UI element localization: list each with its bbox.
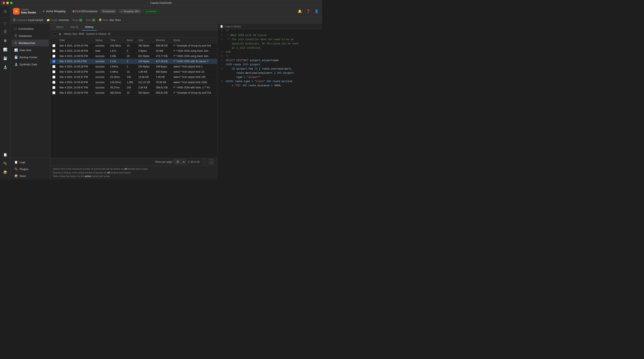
sidebar-icon-databases[interactable]: 🗄 — [1, 28, 9, 36]
row-checkbox-3[interactable] — [52, 60, 55, 63]
history-table: Date Status Time Items Size Memory Query — [50, 37, 217, 95]
row-time: 2.13s — [108, 59, 125, 64]
database-value: travel-sample — [28, 19, 43, 21]
sidebar-item-synthetic[interactable]: 🔬 Synthetic Data — [12, 61, 49, 68]
col-items[interactable]: Items — [125, 37, 136, 43]
code-line: 9 WHERE route.type = "route" AND route.a… — [218, 80, 322, 84]
row-checkbox-1[interactable] — [52, 49, 55, 52]
row-status: success — [93, 74, 108, 80]
row-query: /* * Example of Group by and Ord — [171, 43, 217, 48]
col-status[interactable]: Status — [93, 37, 108, 43]
sidebar-icon-store[interactable]: 📦 — [1, 168, 9, 176]
row-checkbox-5[interactable] — [52, 70, 55, 73]
user-icon[interactable]: 👤 — [314, 8, 320, 14]
row-date: Mar 4 2024, 14:39:2 PM — [58, 59, 93, 64]
help-icon[interactable]: ❓ — [305, 8, 311, 14]
sidebar-item-datasets[interactable]: 📊 Data Sets — [12, 47, 49, 53]
sidebar-icon-backup[interactable]: 💾 — [1, 54, 9, 62]
history-table-wrap: Date Status Time Items Size Memory Query — [50, 37, 217, 158]
table-row[interactable]: Mar 4 2024, 14:39:47 PM success 39.27ms … — [50, 85, 217, 90]
row-time: 39.27ms — [108, 85, 125, 90]
sidebar-item-logs[interactable]: 📋 Logs — [12, 159, 49, 165]
row-memory: 472.77 KB — [154, 54, 172, 59]
pagination-bar: Rows per page: 25 50 100 1–10 of 10 ‹ › — [50, 158, 217, 166]
row-checkbox-7[interactable] — [52, 81, 55, 84]
icon-sidebar: ☰ ⬡ 🗄 ⚙ 📊 💾 🔬 📋 🔌 📦 — [0, 6, 10, 179]
line-number: 6 — [218, 59, 224, 63]
notification-bell-icon[interactable]: 🔔 — [297, 8, 303, 14]
connected-badge: connected — [144, 9, 158, 13]
rows-per-page-select[interactable]: 25 50 100 — [174, 160, 186, 164]
line-content: = "F9" AND route.distance > 3000; — [224, 84, 284, 88]
app-branding: ⚡ Capella Data Studio — [13, 8, 36, 15]
tab-askiq[interactable]: Ask iQ — [67, 24, 82, 30]
row-checkbox-4[interactable] — [52, 65, 55, 68]
row-status: success — [93, 54, 108, 59]
store-item: 📦 Store Mac Store — [98, 18, 121, 21]
sidebar-icon-logs[interactable]: 📋 — [1, 151, 9, 159]
tab-query[interactable]: Query — [53, 24, 67, 30]
select-all-checkbox[interactable] — [53, 32, 56, 36]
sidebar-item-databases[interactable]: 🗄 Databases — [12, 32, 49, 39]
sidebar-item-store[interactable]: 📦 Store — [12, 173, 49, 179]
row-checkbox-6[interactable] — [52, 76, 55, 78]
row-checkbox-cell — [50, 69, 58, 74]
code-line: 7 FROM route JOIN airport — [218, 63, 322, 67]
header-right-icons: 🔔 ❓ 👤 — [297, 8, 320, 14]
sidebar-item-plugins[interactable]: 🔌 Plugins — [12, 166, 49, 172]
sidebar-item-connections[interactable]: ⬡ Connections — [12, 25, 49, 32]
table-row[interactable]: Mar 4 2024, 13:55:43 PM success 418.58ms… — [50, 43, 217, 48]
sidebar-item-backup[interactable]: 💾 Backup Center — [12, 54, 49, 60]
row-date: Mar 4 2024, 14:39:37 PM — [58, 74, 93, 80]
maximize-button[interactable] — [10, 2, 12, 4]
row-items: 10 — [125, 43, 136, 48]
row-time: 23.34ms — [108, 74, 125, 80]
main-area: ⚡ Capella Data Studio 🖥 Acme Shopping 7.… — [10, 6, 322, 179]
table-row[interactable]: Mar 4 2024, 14:39:33 PM success 4.46ms 1… — [50, 69, 217, 74]
sidebar-icon-synthetic[interactable]: 🔬 — [1, 63, 9, 71]
table-row[interactable]: Mar 4 2024, 14:39:28 PM success 2.64ms 1… — [50, 64, 217, 69]
table-row[interactable]: Mar 4 2024, 14:39:37 PM success 23.34ms … — [50, 74, 217, 80]
col-time[interactable]: Time — [108, 37, 125, 43]
sidebar-icon-datasets[interactable]: 📊 — [1, 45, 9, 53]
sidebar-icon-workbenches[interactable]: ⚙ — [1, 37, 9, 45]
hamburger-menu[interactable]: ☰ — [1, 7, 9, 15]
sidebar-icon-connections[interactable]: ⬡ — [1, 19, 9, 27]
sidebar-item-workbenches[interactable]: ⚙ Workbenches — [12, 39, 49, 46]
col-size[interactable]: Size — [136, 37, 154, 43]
line-number: 7 — [218, 63, 224, 67]
close-button[interactable] — [2, 2, 5, 4]
nav-sidebar: ⬡ Connections 🗄 Databases ⚙ Workbenches … — [10, 23, 50, 179]
table-row[interactable]: Mar 4 2024, 14:38:49 PM fatal 1.67s 0 0 … — [50, 48, 217, 54]
sidebar-icon-plugins[interactable]: 🔌 — [1, 159, 9, 167]
row-size: 204 Bytes — [136, 64, 154, 69]
col-query[interactable]: Query — [171, 37, 217, 43]
row-checkbox-9[interactable] — [52, 91, 55, 94]
col-date[interactable]: Date — [58, 37, 93, 43]
row-checkbox-8[interactable] — [52, 86, 55, 89]
cluster-name: Acme Shopping — [46, 10, 66, 13]
row-time: 1.67s — [108, 48, 125, 54]
copy-to-query-button[interactable]: 📋 Copy to Query — [218, 23, 322, 29]
scope-label: Scope — [51, 19, 58, 21]
table-row[interactable]: Mar 4 2024, 14:38:55 PM success 2.09s 29… — [50, 54, 217, 59]
table-row[interactable]: Mar 4 2024, 14:39:40 PM success 119.26ms… — [50, 80, 217, 85]
table-row[interactable]: Mar 4 2024, 14:39:54 PM success 382.82ms… — [50, 90, 217, 95]
footer-note: History Size is the maximum number of qu… — [50, 166, 217, 179]
backup-label: Backup Center — [20, 56, 38, 59]
delete-button[interactable]: 🗑 — [58, 32, 62, 36]
prev-page-button[interactable]: ‹ — [202, 159, 207, 164]
table-row[interactable]: Mar 4 2024, 14:39:2 PM success 2.13s 3 1… — [50, 59, 217, 64]
tab-history[interactable]: History — [82, 24, 97, 30]
minimize-button[interactable] — [6, 2, 9, 4]
row-memory: 199 Bytes — [154, 64, 172, 69]
row-checkbox-2[interactable] — [52, 55, 55, 58]
code-line: = "F9" AND route.distance > 3000; — [218, 84, 322, 88]
row-checkbox-0[interactable] — [52, 44, 55, 47]
next-page-button[interactable]: › — [209, 159, 214, 164]
row-size: 812 Bytes — [136, 54, 154, 59]
col-memory[interactable]: Memory — [154, 37, 172, 43]
tab-bar: Query Ask iQ History — [50, 23, 217, 30]
row-size: 104 Bytes — [136, 59, 154, 64]
cluster-icon: 🖥 — [42, 10, 45, 13]
